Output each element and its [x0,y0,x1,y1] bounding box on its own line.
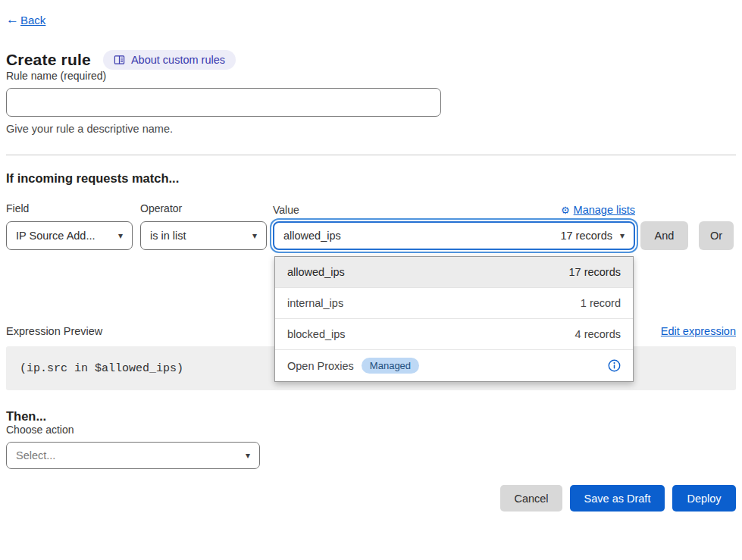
back-link[interactable]: ← Back [6,12,45,27]
title-row: Create rule About custom rules [6,50,736,70]
chevron-down-icon: ▾ [246,450,250,461]
chevron-down-icon: ▾ [118,230,123,241]
chevron-down-icon: ▾ [252,230,257,241]
list-option-name: internal_ips [287,297,343,309]
page-title: Create rule [6,51,91,69]
action-select-placeholder: Select... [16,449,55,461]
list-dropdown-panel: allowed_ips 17 records internal_ips 1 re… [274,256,634,382]
list-option-name: allowed_ips [287,266,345,278]
field-column: Field IP Source Add... ▾ [6,202,133,250]
value-column: Value ⚙ Manage lists allowed_ips 17 reco… [273,204,635,250]
section-divider [6,155,736,155]
action-select[interactable]: Select... ▾ [6,442,260,469]
then-section-heading: Then... [6,409,736,424]
rule-name-label: Rule name (required) [6,70,106,82]
field-select[interactable]: IP Source Add... ▾ [6,221,133,250]
about-badge-label: About custom rules [131,54,225,66]
create-rule-page: ← Back Create rule About custom rules Ru… [0,0,742,512]
value-select[interactable]: allowed_ips 17 records ▾ [273,221,635,250]
and-button[interactable]: And [640,221,688,250]
list-option-name: Open Proxies [287,360,354,372]
list-option-allowed-ips[interactable]: allowed_ips 17 records [275,257,633,288]
expression-preview-label: Expression Preview [6,325,102,337]
list-option-internal-ips[interactable]: internal_ips 1 record [275,288,633,319]
list-option-open-proxies[interactable]: Open Proxies Managed [275,350,633,381]
chevron-down-icon: ▾ [620,230,625,241]
rule-name-helper: Give your rule a descriptive name. [6,123,736,135]
back-arrow-icon: ← [6,12,19,27]
list-option-blocked-ips[interactable]: blocked_ips 4 records [275,319,633,350]
footer-actions: Cancel Save as Draft Deploy [6,485,736,512]
rule-name-input[interactable] [6,88,441,117]
operator-select[interactable]: is in list ▾ [140,221,267,250]
field-select-value: IP Source Add... [16,230,95,242]
list-option-meta: 1 record [581,297,621,309]
value-records-count: 17 records [560,230,612,242]
field-label: Field [6,202,133,214]
info-icon[interactable] [608,359,621,372]
book-icon [114,55,125,66]
value-select-meta: 17 records ▾ [560,230,625,242]
operator-column: Operator is in list ▾ [140,202,267,250]
deploy-button[interactable]: Deploy [672,485,736,512]
expression-code: (ip.src in $allowed_ips) [20,362,183,375]
value-label: Value [273,204,299,216]
gear-icon: ⚙ [561,205,570,215]
manage-lists-label: Manage lists [574,204,635,216]
list-option-name: blocked_ips [287,328,346,340]
save-as-draft-button[interactable]: Save as Draft [570,485,665,512]
operator-select-value: is in list [150,230,186,242]
about-custom-rules-link[interactable]: About custom rules [103,50,236,70]
manage-lists-link[interactable]: ⚙ Manage lists [561,204,635,216]
managed-badge: Managed [362,358,419,374]
or-button[interactable]: Or [699,221,734,250]
list-option-meta: 4 records [575,328,621,340]
cancel-button[interactable]: Cancel [500,485,562,512]
operator-label: Operator [140,202,267,214]
choose-action-label: Choose action [6,424,74,436]
list-option-meta: 17 records [568,266,621,278]
back-label: Back [20,14,45,27]
value-label-row: Value ⚙ Manage lists [273,204,635,216]
match-section-heading: If incoming requests match... [6,171,736,186]
match-condition-row: Field IP Source Add... ▾ Operator is in … [6,202,736,250]
list-option-left: Open Proxies Managed [287,358,419,374]
edit-expression-link[interactable]: Edit expression [661,325,736,337]
value-select-value: allowed_ips [283,230,341,242]
